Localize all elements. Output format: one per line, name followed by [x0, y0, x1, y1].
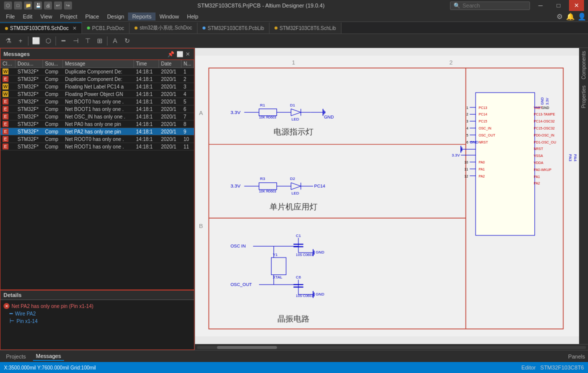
svg-text:Y1: Y1 [273, 252, 278, 257]
add-icon[interactable]: + [15, 36, 26, 46]
msg-num: 2 [182, 76, 194, 82]
left-panel: Messages 📌 ⬜ ✕ Class Docu... Sou... Mess… [0, 48, 195, 350]
svg-text:OSC IN: OSC IN [230, 244, 246, 248]
menu-design[interactable]: Design [103, 12, 128, 20]
wire-icon[interactable]: ━ [58, 36, 69, 46]
sidebar-components[interactable]: Components [580, 48, 588, 82]
warn-icon: W [2, 68, 8, 74]
msg-time: 14:18:1 [134, 121, 159, 128]
tab-projects[interactable]: Projects [3, 352, 29, 360]
table-row[interactable]: E STM32F* Comp Net ROOT0 has only one . … [0, 136, 194, 143]
table-row[interactable]: E STM32F* Comp Net BOOT1 has only one . … [0, 106, 194, 113]
rotate-icon[interactable]: ↻ [122, 36, 132, 46]
new-icon[interactable]: □ [14, 2, 22, 10]
tab-schdoc[interactable]: STM32F103C8T6.SchDoc ✕ [0, 22, 82, 34]
table-row[interactable]: W STM32F* Comp Floating Net Label PC14 a… [0, 83, 194, 90]
tab-schlib[interactable]: STM32F103C8T6.SchLib [270, 22, 342, 34]
search-input[interactable] [462, 2, 518, 8]
details-header: Details [0, 290, 194, 300]
detail-wire-item: ━ Wire PA2 [4, 310, 191, 318]
table-row[interactable]: E STM32F* Comp Net BOOT0 has only one . … [0, 98, 194, 106]
msg-time: 14:18:1 [134, 144, 159, 150]
error-icon: E [2, 114, 8, 120]
msg-class: W [0, 68, 16, 75]
table-row[interactable]: W STM32F* Comp Floating Power Object GN … [0, 90, 194, 98]
table-row[interactable]: E STM32F* Comp Net PA0 has only one pin … [0, 120, 194, 128]
panels-button[interactable]: Panels [568, 354, 585, 360]
settings-icon[interactable]: ⚙ [556, 12, 563, 20]
align-v-icon[interactable]: ⊤ [82, 36, 93, 46]
menu-help[interactable]: Help [183, 12, 202, 20]
msg-doc: STM32F* [16, 68, 43, 75]
table-row[interactable]: E STM32F* Comp Net ROOT1 has only one . … [0, 143, 194, 150]
scrollbar-track[interactable] [197, 346, 586, 349]
error-icon: E [2, 128, 8, 134]
menu-view[interactable]: View [36, 12, 56, 20]
msg-text: Duplicate Component De: [63, 68, 134, 75]
svg-text:1: 1 [292, 59, 296, 66]
distribute-icon[interactable]: ⊞ [94, 36, 105, 46]
table-row[interactable]: E STM32F* Comp Duplicate Component De: 1… [0, 76, 194, 83]
svg-text:3: 3 [466, 120, 468, 123]
msg-date: 2020/1 [159, 98, 182, 105]
horizontal-scrollbar[interactable] [195, 344, 588, 350]
panel-pin-button[interactable]: 📌 [166, 51, 176, 58]
main-area: Messages 📌 ⬜ ✕ Class Docu... Sou... Mess… [0, 48, 588, 350]
detail-pin-item: ⊢ Pin x1-14 [4, 318, 191, 325]
align-h-icon[interactable]: ⊣ [70, 36, 81, 46]
msg-text: Net PA0 has only one pin [63, 121, 134, 128]
table-row[interactable]: W STM32F* Comp Duplicate Component De: 1… [0, 68, 194, 76]
titlebar: ⬡ □ 📁 💾 🖨 ↩ ↪ STM32F103C8T6.PrjPCB - Alt… [0, 0, 588, 11]
tab-pcblib[interactable]: STM32F103C8T6.PcbLib [198, 22, 270, 34]
menu-file[interactable]: File [2, 12, 19, 20]
rect-select-icon[interactable]: ⬜ [30, 36, 42, 46]
notifications-icon[interactable]: 🔔 [566, 12, 574, 20]
tab-stm32-schdoc[interactable]: stm32最小系统.SchDoc [130, 22, 198, 34]
schematic-canvas[interactable]: 1 2 A B 3.3V [195, 48, 579, 344]
scrollbar-thumb[interactable] [217, 346, 277, 349]
msg-src: Comp [43, 114, 63, 120]
error-badge: ✕ [4, 303, 10, 309]
minimize-button[interactable]: ─ [533, 0, 548, 11]
print-icon[interactable]: 🖨 [44, 2, 52, 10]
open-icon[interactable]: 📁 [24, 2, 32, 10]
tab-pcbdoc[interactable]: PCB1.PcbDoc [82, 22, 130, 34]
msg-doc: STM32F* [16, 114, 43, 120]
table-row[interactable]: E STM32F* Comp Net PA2 has only one pin … [0, 128, 194, 136]
tab-messages[interactable]: Messages [33, 352, 64, 361]
svg-text:PC14-OSC32: PC14-OSC32 [534, 120, 554, 123]
error-icon: E [2, 136, 8, 142]
col-src: Sou... [43, 60, 63, 68]
menu-reports[interactable]: Reports [128, 12, 156, 20]
panel-float-button[interactable]: ⬜ [176, 51, 184, 58]
msg-text: Net PA2 has only one pin [63, 128, 134, 135]
menu-project[interactable]: Project [56, 12, 81, 20]
sidebar-properties[interactable]: Properties [580, 82, 588, 112]
msg-num: 1 [182, 68, 194, 75]
maximize-button[interactable]: □ [551, 0, 566, 11]
table-row[interactable]: E STM32F* Comp Net OSC_IN has only one .… [0, 113, 194, 120]
menu-edit[interactable]: Edit [19, 12, 36, 20]
msg-time: 14:18:1 [134, 98, 159, 105]
user-icon[interactable]: 👤 [578, 12, 586, 20]
msg-doc: STM32F* [16, 136, 43, 142]
msg-doc: STM32F* [16, 144, 43, 150]
save-icon[interactable]: 💾 [34, 2, 42, 10]
detail-wire-label: Wire PA2 [15, 311, 36, 316]
circle-select-icon[interactable]: ⬡ [42, 36, 54, 46]
close-button[interactable]: ✕ [569, 0, 584, 11]
undo-icon[interactable]: ↩ [54, 2, 62, 10]
details-content: ✕ Net PA2 has only one pin (Pin x1-14) ━… [0, 300, 194, 327]
tab-label: PCB1.PcbDoc [92, 26, 124, 31]
search-box[interactable]: 🔍 [450, 2, 530, 10]
filter-icon[interactable]: ⚗ [3, 36, 14, 46]
msg-doc: STM32F* [16, 84, 43, 90]
msg-text: Floating Net Label PC14 a [63, 84, 134, 90]
msg-date: 2020/1 [159, 136, 182, 142]
text-icon[interactable]: A [110, 36, 120, 46]
menu-window[interactable]: Window [156, 12, 183, 20]
tab-close[interactable]: ✕ [72, 26, 76, 31]
panel-close-button[interactable]: ✕ [184, 51, 191, 58]
menu-place[interactable]: Place [82, 12, 104, 20]
redo-icon[interactable]: ↪ [64, 2, 72, 10]
